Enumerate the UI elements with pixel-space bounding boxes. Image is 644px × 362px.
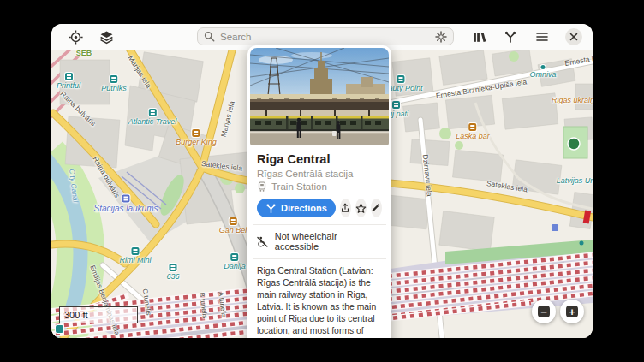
edit-button[interactable] bbox=[371, 199, 382, 217]
place-title: Riga Central bbox=[257, 152, 382, 166]
street-emilijas: Emilijas Benjamiņas iela bbox=[88, 264, 120, 336]
hamburger-icon bbox=[535, 30, 549, 44]
street-raina-bulvaris-2: Raiņa bulvāris bbox=[92, 156, 121, 199]
place-card: Riga Central Rīgas Centrālā stacija Trai… bbox=[247, 45, 391, 338]
library-icon bbox=[472, 30, 486, 45]
transit-icon bbox=[122, 195, 130, 203]
accessibility-status: Not wheelchair accessible bbox=[275, 231, 382, 252]
street-satekles-iela-2: Satekles iela bbox=[486, 180, 528, 193]
scissors-icon bbox=[392, 101, 400, 109]
map-label-latvijas-uni: Latvijas Uni bbox=[557, 177, 593, 185]
asterisk-icon[interactable] bbox=[435, 31, 447, 43]
place-native-name: Rīgas Centrālā stacija bbox=[257, 169, 382, 179]
directions-button[interactable]: Directions bbox=[257, 199, 336, 217]
map-label-city-canal: City Canal bbox=[68, 169, 79, 203]
dot-icon bbox=[540, 65, 545, 69]
route-icon bbox=[265, 203, 277, 214]
map-label-rimi-mini[interactable]: Rimi Mini bbox=[120, 247, 152, 264]
street-ernesta-2: Ernesta B bbox=[564, 55, 593, 68]
street-marijas-iela-1: Marijas iela bbox=[127, 55, 152, 90]
place-photo bbox=[250, 48, 389, 145]
beauty-icon bbox=[397, 75, 404, 83]
place-category: Train Station bbox=[271, 181, 327, 192]
train-icon bbox=[257, 181, 267, 192]
not-wheelchair-accessible-icon bbox=[257, 236, 268, 247]
plus-icon: + bbox=[566, 306, 578, 317]
map-label-laska-bar[interactable]: Laska bar bbox=[456, 123, 490, 140]
close-icon bbox=[569, 33, 578, 41]
share-button[interactable] bbox=[340, 199, 351, 217]
minus-icon: − bbox=[538, 306, 550, 317]
directions-label: Directions bbox=[281, 203, 327, 213]
street-ernesta-1: Ernesta Birznieka-Upīša iela bbox=[435, 78, 527, 99]
pencil-icon bbox=[371, 203, 381, 213]
place-description: Riga Central Station (Latvian: Rīgas Cen… bbox=[257, 265, 382, 338]
map-label-atlantic-travel[interactable]: Atlantic Travel bbox=[128, 109, 176, 126]
locate-icon bbox=[69, 30, 83, 45]
search-icon bbox=[204, 31, 215, 42]
library-button[interactable] bbox=[470, 28, 487, 45]
drink-icon bbox=[469, 123, 477, 131]
scale-label: 300 ft bbox=[64, 310, 88, 320]
layers-button[interactable] bbox=[98, 28, 115, 45]
zoom-in-button[interactable]: + bbox=[560, 300, 584, 323]
street-b-tunelis: B tunelis bbox=[198, 292, 208, 319]
street-a-tunelis: A tunelis bbox=[217, 291, 227, 317]
route-icon bbox=[504, 30, 517, 44]
star-icon bbox=[355, 203, 367, 214]
building-icon bbox=[110, 75, 117, 83]
street-c-tunelis: C tunelis bbox=[141, 288, 152, 316]
building-icon bbox=[230, 253, 238, 261]
scale-bar: 300 ft bbox=[59, 306, 138, 323]
close-button[interactable] bbox=[565, 28, 582, 45]
maps-app-window: SEBPrintfulPutniksAtlantic TravelBurger … bbox=[51, 24, 593, 338]
menu-button[interactable] bbox=[534, 28, 551, 45]
cart-icon bbox=[132, 247, 140, 255]
divider bbox=[253, 258, 386, 259]
share-icon bbox=[340, 203, 350, 213]
building-icon bbox=[148, 109, 156, 116]
map-label-636[interactable]: 636 bbox=[166, 264, 179, 281]
map-label-burger-king[interactable]: Burger King bbox=[176, 129, 217, 146]
map-label-gan-bei[interactable]: Gan Bei bbox=[219, 217, 247, 234]
search-placeholder: Search bbox=[220, 32, 430, 42]
route-button[interactable] bbox=[502, 28, 519, 45]
map-label-omniva[interactable]: Omniva bbox=[529, 65, 556, 79]
food-icon bbox=[230, 217, 237, 225]
laptop-icon bbox=[170, 264, 177, 271]
locate-button[interactable] bbox=[67, 28, 84, 45]
building-icon bbox=[64, 73, 72, 80]
map-label-rigas-ukrain: Rīgas ukraiņ bbox=[552, 97, 593, 104]
street-raina-bulvaris-1: Raiņa bulvāris bbox=[59, 90, 98, 128]
search-input[interactable]: Search bbox=[197, 27, 454, 45]
street-marijas-iela-2: Marijas iela bbox=[220, 100, 236, 138]
map-label-putniks[interactable]: Putniks bbox=[101, 75, 127, 92]
shop-icon bbox=[193, 129, 200, 137]
street-satekles-iela-1: Satekles iela bbox=[201, 160, 243, 172]
street-dzirnavu-iela: Dzirnavu iela bbox=[421, 154, 433, 197]
layers-icon bbox=[99, 30, 114, 45]
zoom-out-button[interactable]: − bbox=[532, 300, 556, 323]
map-label-danija[interactable]: Danija bbox=[224, 253, 246, 270]
map-label-printful[interactable]: Printful bbox=[57, 73, 80, 90]
favorite-button[interactable] bbox=[355, 199, 367, 217]
map-label-stacijas-laukums[interactable]: Stacijas laukums bbox=[93, 195, 158, 213]
